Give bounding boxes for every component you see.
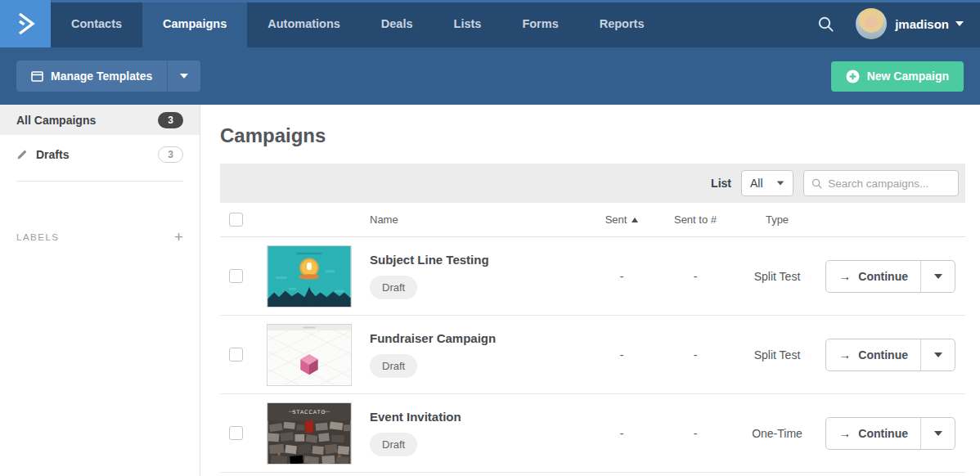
nav-tab-forms[interactable]: Forms — [501, 0, 578, 47]
campaign-type: Split Test — [754, 270, 801, 283]
sidebar-item-drafts[interactable]: Drafts 3 — [0, 139, 200, 169]
manage-templates-dropdown-button[interactable] — [167, 61, 200, 92]
nav-tab-lists[interactable]: Lists — [434, 0, 502, 47]
search-icon — [811, 177, 822, 190]
all-campaigns-label: All Campaigns — [16, 114, 96, 127]
continue-split-button: → Continue — [825, 339, 955, 371]
nav-tab-contacts[interactable]: Contacts — [51, 0, 142, 47]
manage-templates-button[interactable]: Manage Templates — [16, 61, 167, 92]
labels-section-header: LABELS + — [0, 229, 200, 245]
sort-ascending-icon — [632, 218, 638, 222]
template-icon — [31, 71, 43, 82]
new-campaign-label: New Campaign — [867, 70, 949, 83]
status-badge: Draft — [370, 276, 417, 299]
chevron-down-icon — [777, 181, 784, 185]
campaign-name[interactable]: Event Invitation — [370, 410, 585, 424]
page-body: All Campaigns 3 Drafts 3 LABELS + Campai… — [0, 105, 980, 476]
pencil-icon — [16, 149, 28, 160]
row-actions-dropdown-button[interactable] — [920, 418, 955, 449]
chevron-down-icon — [180, 74, 188, 79]
sent-column-header[interactable]: Sent — [605, 213, 639, 226]
add-label-button[interactable]: + — [174, 229, 183, 245]
sent-to-value: - — [694, 427, 698, 440]
username-label[interactable]: jmadison — [895, 17, 949, 31]
top-navigation: Contacts Campaigns Automations Deals Lis… — [0, 0, 980, 47]
user-menu-caret-icon[interactable] — [955, 21, 964, 26]
sidebar-divider — [16, 181, 183, 182]
continue-split-button: → Continue — [825, 417, 955, 450]
name-column-header: Name — [370, 213, 585, 226]
continue-button[interactable]: → Continue — [826, 261, 920, 292]
list-filter-label: List — [711, 177, 731, 190]
list-filter-value: All — [750, 177, 763, 190]
nav-tab-deals[interactable]: Deals — [361, 0, 434, 47]
list-filter-select[interactable]: All — [741, 170, 793, 196]
thumbnail-brand-text: STACCATO — [293, 408, 326, 414]
continue-label: Continue — [858, 348, 908, 361]
chevron-down-icon — [934, 353, 942, 357]
campaign-row-fundraiser-campaign: Fundraiser Campaign Draft - - Split Test… — [220, 316, 965, 394]
campaign-search-box — [803, 170, 959, 196]
drafts-count-badge: 3 — [158, 146, 183, 163]
sent-value: - — [620, 270, 624, 283]
nav-tab-reports[interactable]: Reports — [579, 0, 665, 47]
campaign-type: One-Time — [752, 427, 802, 440]
row-actions-dropdown-button[interactable] — [920, 261, 955, 292]
campaign-row-event-invitation: STACCATO — [220, 394, 965, 473]
table-header-row: Name Sent Sent to # Type — [220, 203, 965, 237]
row-checkbox[interactable] — [229, 426, 243, 440]
arrow-right-icon: → — [838, 426, 851, 440]
plus-circle-icon — [846, 70, 860, 83]
continue-label: Continue — [858, 427, 908, 440]
continue-button[interactable]: → Continue — [826, 418, 920, 449]
chevron-down-icon — [934, 431, 942, 436]
nav-tab-automations[interactable]: Automations — [247, 0, 361, 47]
continue-label: Continue — [858, 270, 908, 283]
activecampaign-logo[interactable] — [0, 0, 51, 47]
continue-split-button: → Continue — [825, 260, 955, 293]
campaign-name[interactable]: Subject Line Testing — [370, 253, 585, 267]
campaigns-sidebar: All Campaigns 3 Drafts 3 LABELS + — [0, 105, 200, 476]
manage-templates-split-button: Manage Templates — [16, 61, 200, 92]
campaigns-toolbar: Manage Templates New Campaign — [0, 47, 980, 105]
chevron-down-icon — [934, 274, 942, 279]
search-icon[interactable] — [817, 16, 834, 33]
sent-header-label: Sent — [605, 213, 627, 226]
filter-bar: List All — [220, 164, 965, 203]
campaign-name[interactable]: Fundraiser Campaign — [370, 331, 585, 345]
campaign-thumbnail-mountain-scene[interactable] — [267, 245, 352, 308]
labels-header-label: LABELS — [16, 232, 59, 242]
select-all-checkbox[interactable] — [229, 213, 243, 227]
search-campaigns-input[interactable] — [828, 177, 951, 190]
user-avatar[interactable] — [856, 8, 887, 39]
campaigns-main: Campaigns List All — [200, 105, 980, 476]
campaign-row-subject-line-testing: Subject Line Testing Draft - - Split Tes… — [220, 237, 965, 316]
row-checkbox[interactable] — [229, 348, 243, 361]
sent-value: - — [620, 427, 624, 440]
arrow-right-icon: → — [838, 269, 851, 283]
campaign-thumbnail-typewriters[interactable]: STACCATO — [267, 402, 352, 465]
row-actions-dropdown-button[interactable] — [920, 339, 955, 370]
chevron-logo-icon — [13, 11, 38, 36]
sidebar-item-all-campaigns[interactable]: All Campaigns 3 — [0, 105, 200, 135]
status-badge: Draft — [370, 354, 417, 378]
drafts-label: Drafts — [36, 148, 69, 161]
type-column-header[interactable]: Type — [732, 213, 822, 226]
page-title: Campaigns — [220, 124, 965, 147]
continue-button[interactable]: → Continue — [826, 339, 920, 370]
arrow-right-icon: → — [838, 348, 851, 361]
campaign-thumbnail-pink-cube[interactable] — [267, 324, 352, 386]
sent-value: - — [620, 348, 624, 361]
new-campaign-button[interactable]: New Campaign — [831, 61, 964, 92]
row-checkbox[interactable] — [229, 269, 243, 283]
status-badge: Draft — [370, 433, 417, 456]
sent-to-value: - — [694, 348, 698, 361]
sent-to-column-header[interactable]: Sent to # — [659, 213, 732, 226]
manage-templates-label: Manage Templates — [51, 70, 152, 83]
campaigns-page: Contacts Campaigns Automations Deals Lis… — [0, 0, 980, 476]
campaign-type: Split Test — [754, 348, 801, 361]
nav-tab-campaigns[interactable]: Campaigns — [142, 0, 247, 47]
all-campaigns-count-badge: 3 — [158, 112, 183, 128]
topnav-right-group: jmadison — [817, 0, 980, 47]
sent-to-value: - — [694, 270, 698, 283]
